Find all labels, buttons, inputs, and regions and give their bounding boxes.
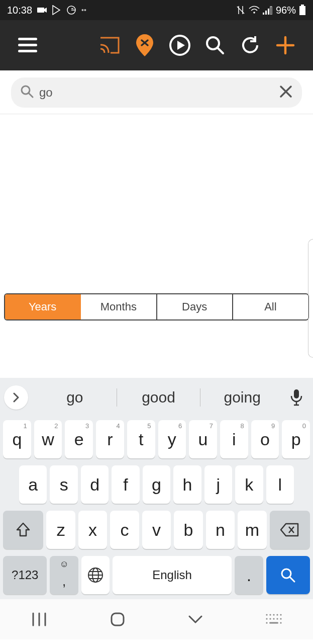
key-h[interactable]: h [173, 465, 201, 504]
svg-rect-9 [18, 38, 37, 40]
keyboard-row-2: a s d f g h j k l [3, 465, 310, 504]
keyboard-row-3: z x c v b n m [3, 511, 310, 549]
svg-rect-15 [294, 389, 299, 398]
key-shift[interactable] [3, 511, 43, 549]
key-x[interactable]: x [78, 511, 107, 549]
key-q[interactable]: q1 [3, 420, 31, 458]
tab-years[interactable]: Years [5, 294, 81, 319]
key-e[interactable]: e3 [65, 420, 93, 458]
tab-months[interactable]: Months [81, 294, 157, 319]
key-backspace[interactable] [270, 511, 310, 549]
svg-point-29 [280, 618, 282, 619]
key-t[interactable]: t5 [127, 420, 155, 458]
key-v[interactable]: v [142, 511, 171, 549]
nav-keyboard-switch-button[interactable] [249, 613, 299, 626]
key-a[interactable]: a [19, 465, 47, 504]
svg-rect-0 [37, 8, 44, 13]
keyboard-row-1: q1 w2 e3 r4 t5 y6 u7 i8 o9 p0 [3, 420, 310, 458]
suggestion-3[interactable]: going [200, 389, 284, 406]
time-range-tabs: Years Months Days All [4, 293, 309, 320]
cast-button[interactable] [92, 37, 127, 54]
svg-point-21 [270, 614, 271, 615]
svg-point-28 [277, 618, 278, 619]
camera-indicator-icon [37, 7, 47, 14]
key-o[interactable]: o9 [251, 420, 279, 458]
key-w[interactable]: w2 [34, 420, 62, 458]
svg-point-30 [266, 622, 268, 623]
search-button[interactable] [197, 35, 233, 55]
svg-rect-8 [299, 6, 305, 15]
svg-point-23 [277, 614, 278, 615]
search-icon [20, 85, 34, 101]
play-store-icon [52, 5, 61, 15]
android-nav-bar [0, 599, 313, 639]
svg-rect-4 [265, 11, 267, 15]
svg-rect-3 [263, 13, 264, 15]
key-symbols[interactable]: ?123 [3, 556, 47, 594]
svg-point-26 [270, 618, 271, 619]
key-s[interactable]: s [50, 465, 77, 504]
key-d[interactable]: d [81, 465, 109, 504]
svg-point-2 [253, 12, 255, 14]
play-button[interactable] [162, 34, 197, 56]
keyboard-row-4: ?123 ☺ , English . [3, 556, 310, 594]
nav-recent-button[interactable] [14, 612, 64, 626]
vibrate-icon [236, 5, 246, 15]
svg-point-32 [280, 622, 282, 623]
key-m[interactable]: m [238, 511, 266, 549]
tab-days[interactable]: Days [157, 294, 233, 319]
suggestion-2[interactable]: good [117, 389, 200, 406]
key-space[interactable]: English [113, 556, 232, 594]
svg-point-25 [266, 618, 268, 619]
soft-keyboard: go good going q1 w2 e3 r4 t5 y6 u7 i8 o9… [0, 378, 313, 599]
nav-home-button[interactable] [92, 611, 143, 627]
wifi-icon [249, 6, 260, 15]
signal-icon [263, 6, 273, 15]
svg-point-20 [266, 614, 268, 615]
app-toolbar [0, 20, 313, 70]
svg-rect-11 [18, 50, 37, 52]
menu-button[interactable] [10, 38, 45, 53]
nav-back-button[interactable] [170, 614, 221, 624]
key-language[interactable] [81, 556, 110, 594]
expand-suggestions-button[interactable] [4, 385, 28, 410]
svg-point-24 [280, 614, 282, 615]
location-button[interactable] [127, 33, 162, 57]
key-y[interactable]: y6 [158, 420, 186, 458]
key-search-action[interactable] [266, 556, 310, 594]
tab-all[interactable]: All [233, 294, 308, 319]
search-field[interactable] [11, 77, 302, 108]
search-container [0, 70, 313, 114]
key-j[interactable]: j [204, 465, 232, 504]
add-button[interactable] [268, 35, 303, 55]
key-c[interactable]: c [110, 511, 139, 549]
key-comma[interactable]: ☺ , [50, 556, 78, 594]
key-period[interactable]: . [235, 556, 263, 594]
key-r[interactable]: r4 [96, 420, 124, 458]
svg-point-27 [273, 618, 275, 619]
clear-search-button[interactable] [279, 85, 293, 101]
voice-input-button[interactable] [284, 389, 309, 406]
search-input[interactable] [39, 86, 274, 100]
svg-rect-6 [270, 7, 272, 15]
svg-rect-10 [18, 44, 37, 46]
svg-point-22 [273, 614, 275, 615]
key-k[interactable]: k [235, 465, 263, 504]
key-p[interactable]: p0 [282, 420, 310, 458]
more-indicator: •• [81, 6, 86, 14]
content-area: Years Months Days All [0, 114, 313, 378]
fast-scroll-handle[interactable] [308, 239, 313, 358]
key-f[interactable]: f [112, 465, 139, 504]
key-z[interactable]: z [46, 511, 75, 549]
suggestion-1[interactable]: go [33, 389, 117, 406]
battery-icon [299, 5, 306, 16]
key-u[interactable]: u7 [189, 420, 217, 458]
key-i[interactable]: i8 [220, 420, 248, 458]
key-n[interactable]: n [206, 511, 235, 549]
key-l[interactable]: l [266, 465, 294, 504]
key-g[interactable]: g [143, 465, 170, 504]
refresh-button[interactable] [233, 35, 268, 55]
svg-rect-19 [112, 613, 124, 625]
svg-rect-5 [268, 9, 269, 15]
key-b[interactable]: b [174, 511, 202, 549]
